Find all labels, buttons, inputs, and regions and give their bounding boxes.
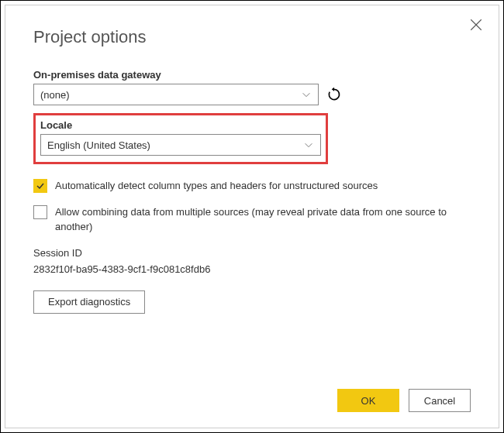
export-diagnostics-label: Export diagnostics	[48, 296, 130, 308]
session-id-value: 2832f10f-ba95-4383-9cf1-f9c081c8fdb6	[33, 263, 471, 275]
locale-highlight: Locale English (United States)	[33, 113, 328, 164]
allow-combine-row: Allow combining data from multiple sourc…	[33, 204, 471, 235]
gateway-row: (none)	[33, 84, 471, 105]
gateway-refresh-button[interactable]	[326, 87, 342, 102]
check-icon	[36, 181, 45, 191]
gateway-value: (none)	[40, 89, 70, 101]
locale-value: English (United States)	[47, 139, 150, 151]
auto-detect-label: Automatically detect column types and he…	[55, 178, 378, 194]
close-icon	[469, 18, 483, 32]
dialog-footer: OK Cancel	[337, 389, 471, 412]
allow-combine-label: Allow combining data from multiple sourc…	[55, 204, 471, 235]
allow-combine-checkbox[interactable]	[33, 205, 47, 219]
window-frame: Project options On-premises data gateway…	[0, 0, 504, 433]
session-id-label: Session ID	[33, 247, 471, 259]
locale-label: Locale	[40, 119, 321, 131]
svg-marker-2	[332, 88, 334, 91]
auto-detect-checkbox[interactable]	[33, 179, 47, 193]
gateway-dropdown[interactable]: (none)	[33, 84, 319, 105]
chevron-down-icon	[301, 89, 312, 100]
ok-button[interactable]: OK	[337, 389, 399, 412]
project-options-dialog: Project options On-premises data gateway…	[5, 5, 499, 428]
dialog-title: Project options	[33, 27, 471, 47]
refresh-icon	[326, 87, 342, 102]
close-button[interactable]	[469, 18, 483, 32]
ok-label: OK	[361, 395, 376, 407]
cancel-label: Cancel	[424, 395, 455, 407]
auto-detect-row: Automatically detect column types and he…	[33, 178, 471, 194]
chevron-down-icon	[303, 139, 314, 150]
cancel-button[interactable]: Cancel	[409, 389, 471, 412]
gateway-label: On-premises data gateway	[33, 69, 471, 81]
locale-dropdown[interactable]: English (United States)	[40, 134, 321, 156]
export-diagnostics-button[interactable]: Export diagnostics	[33, 290, 145, 314]
locale-row: English (United States)	[40, 134, 321, 156]
